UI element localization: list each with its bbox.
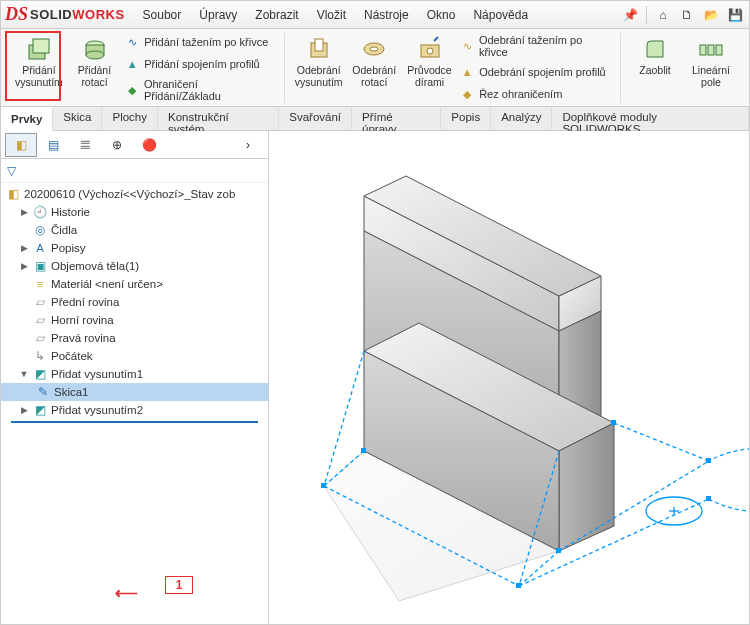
tree-root[interactable]: ◧ 20200610 (Výchozí<<Výchozí>_Stav zob xyxy=(1,185,268,203)
expand-icon[interactable]: ▶ xyxy=(19,261,29,271)
extrude-button[interactable]: Přidání vysunutím xyxy=(11,33,67,103)
svg-rect-12 xyxy=(708,45,714,55)
cut-sweep-icon: ∿ xyxy=(459,38,475,54)
tab-surfaces[interactable]: Plochy xyxy=(102,107,158,130)
pin-icon[interactable]: 📌 xyxy=(620,5,640,25)
tree-sensors-label: Čidla xyxy=(51,224,77,236)
extrude-label: Přidání vysunutím xyxy=(15,65,63,88)
home-icon[interactable]: ⌂ xyxy=(653,5,673,25)
tree-extrude1-label: Přidat vysunutím1 xyxy=(51,368,143,380)
tree-origin-label: Počátek xyxy=(51,350,93,362)
tree-solid-bodies[interactable]: ▶ ▣ Objemová těla(1) xyxy=(1,257,268,275)
cut-revolve-button[interactable]: Odebrání rotací xyxy=(347,33,402,103)
tree-tab-configuration[interactable]: 𝌆 xyxy=(69,133,101,157)
cut-sweep-label: Odebrání tažením po křivce xyxy=(479,34,612,58)
app-name: SOLIDWORKS xyxy=(30,7,125,22)
cut-boundary-button[interactable]: ◆ Řez ohraničením xyxy=(457,85,614,103)
boss-small-buttons: ∿ Přidání tažením po křivce ▲ Přidání sp… xyxy=(122,33,278,103)
model-render xyxy=(269,131,749,625)
tree-annotations[interactable]: ▶ A Popisy xyxy=(1,239,268,257)
tree-history[interactable]: ▶ 🕘 Historie xyxy=(1,203,268,221)
linear-pattern-button[interactable]: Lineární pole xyxy=(683,33,739,103)
cut-boundary-icon: ◆ xyxy=(459,86,475,102)
sweep-button[interactable]: ∿ Přidání tažením po křivce xyxy=(122,33,278,51)
tree-front-plane[interactable]: ▱ Přední rovina xyxy=(1,293,268,311)
menu-insert[interactable]: Vložit xyxy=(311,4,352,26)
tree-annotations-label: Popisy xyxy=(51,242,86,254)
chevron-right-icon: › xyxy=(246,138,250,152)
tree-root-label: 20200610 (Výchozí<<Výchozí>_Stav zob xyxy=(24,188,235,200)
tree-extrude2[interactable]: ▶ ◩ Přidat vysunutím2 xyxy=(1,401,268,419)
save-icon[interactable]: 💾 xyxy=(725,5,745,25)
cut-loft-label: Odebrání spojením profilů xyxy=(479,66,606,78)
svg-point-10 xyxy=(427,48,433,54)
ribbon-group-cut: Odebrání vysunutím Odebrání rotací Průvo… xyxy=(285,33,621,103)
tree-tab-appearances[interactable]: 🔴 xyxy=(133,133,165,157)
tree-right-plane[interactable]: ▱ Pravá rovina xyxy=(1,329,268,347)
boundary-button[interactable]: ◆ Ohraničení Přidání/Základu xyxy=(122,77,278,103)
tab-sketch[interactable]: Skica xyxy=(53,107,102,130)
menu-tools[interactable]: Nástroje xyxy=(358,4,415,26)
new-icon[interactable]: 🗋 xyxy=(677,5,697,25)
tab-analyze[interactable]: Analýzy xyxy=(491,107,552,130)
menu-view[interactable]: Zobrazit xyxy=(249,4,304,26)
collapse-icon[interactable]: ▼ xyxy=(19,369,29,379)
tree-front-plane-label: Přední rovina xyxy=(51,296,119,308)
cut-extrude-icon xyxy=(305,35,333,63)
open-icon[interactable]: 📂 xyxy=(701,5,721,25)
loft-icon: ▲ xyxy=(124,56,140,72)
extrude-feature-icon: ◩ xyxy=(32,366,48,382)
revolve-button[interactable]: Přidání rotací xyxy=(67,33,122,103)
sweep-label: Přidání tažením po křivce xyxy=(144,36,268,48)
divider xyxy=(646,6,647,24)
cut-sweep-button[interactable]: ∿ Odebrání tažením po křivce xyxy=(457,33,614,59)
tab-annotations[interactable]: Popis xyxy=(441,107,491,130)
callout-1: 1 xyxy=(165,576,193,594)
tree-sketch1-label: Skica1 xyxy=(54,386,89,398)
cut-loft-button[interactable]: ▲ Odebrání spojením profilů xyxy=(457,63,614,81)
feature-tree-panel: ◧ ▤ 𝌆 ⊕ 🔴 › ▽ ◧ 20200610 (Výchozí<<Výcho… xyxy=(1,131,269,625)
tree-sketch1[interactable]: ✎ Skica1 xyxy=(1,383,268,401)
cut-extrude-button[interactable]: Odebrání vysunutím xyxy=(291,33,347,103)
linear-pattern-label: Lineární pole xyxy=(687,65,735,88)
menu-file[interactable]: Soubor xyxy=(137,4,188,26)
tree-tab-more[interactable]: › xyxy=(232,133,264,157)
tree-sensors[interactable]: ◎ Čidla xyxy=(1,221,268,239)
tree-material[interactable]: ≡ Materiál <není určen> xyxy=(1,275,268,293)
target-icon: ⊕ xyxy=(112,138,122,152)
tree-top-plane[interactable]: ▱ Horní rovina xyxy=(1,311,268,329)
tree-filter[interactable]: ▽ xyxy=(1,159,268,183)
3d-viewport[interactable] xyxy=(269,131,749,625)
cut-extrude-label: Odebrání vysunutím xyxy=(295,65,343,88)
expand-icon[interactable]: ▶ xyxy=(19,243,29,253)
tree-origin[interactable]: ↳ Počátek xyxy=(1,347,268,365)
expand-icon[interactable]: ▶ xyxy=(19,405,29,415)
hole-wizard-icon xyxy=(416,35,444,63)
menu-window[interactable]: Okno xyxy=(421,4,462,26)
tree-tab-property-manager[interactable]: ▤ xyxy=(37,133,69,157)
tab-addins[interactable]: Doplňkové moduly SOLIDWORKS xyxy=(552,107,749,130)
logo-ds-icon: DS xyxy=(5,4,28,25)
tree-tab-feature-manager[interactable]: ◧ xyxy=(5,133,37,157)
loft-button[interactable]: ▲ Přidání spojením profilů xyxy=(122,55,278,73)
tree-extrude2-label: Přidat vysunutím2 xyxy=(51,404,143,416)
rollback-bar[interactable] xyxy=(11,421,258,423)
expand-icon[interactable]: ▶ xyxy=(19,207,29,217)
tab-structure[interactable]: Konstrukční systém xyxy=(158,107,279,130)
tab-direct-edit[interactable]: Přímé úpravy xyxy=(352,107,441,130)
titlebar: DS SOLIDWORKS Soubor Úpravy Zobrazit Vlo… xyxy=(1,1,749,29)
tab-weldments[interactable]: Svařování xyxy=(279,107,352,130)
hole-wizard-label: Průvodce dírami xyxy=(406,65,453,88)
tab-features[interactable]: Prvky xyxy=(1,107,53,131)
tree-history-label: Historie xyxy=(51,206,90,218)
menu-help[interactable]: Nápověda xyxy=(467,4,534,26)
fillet-label: Zaoblit xyxy=(639,65,671,77)
cut-revolve-icon xyxy=(360,35,388,63)
tree-tab-dimxpert[interactable]: ⊕ xyxy=(101,133,133,157)
menu-edit[interactable]: Úpravy xyxy=(193,4,243,26)
plane-icon: ▱ xyxy=(32,330,48,346)
fillet-button[interactable]: Zaoblit xyxy=(627,33,683,103)
ribbon-group-boss: Přidání vysunutím Přidání rotací ∿ Přidá… xyxy=(5,33,285,103)
tree-extrude1[interactable]: ▼ ◩ Přidat vysunutím1 xyxy=(1,365,268,383)
hole-wizard-button[interactable]: Průvodce dírami xyxy=(402,33,457,103)
